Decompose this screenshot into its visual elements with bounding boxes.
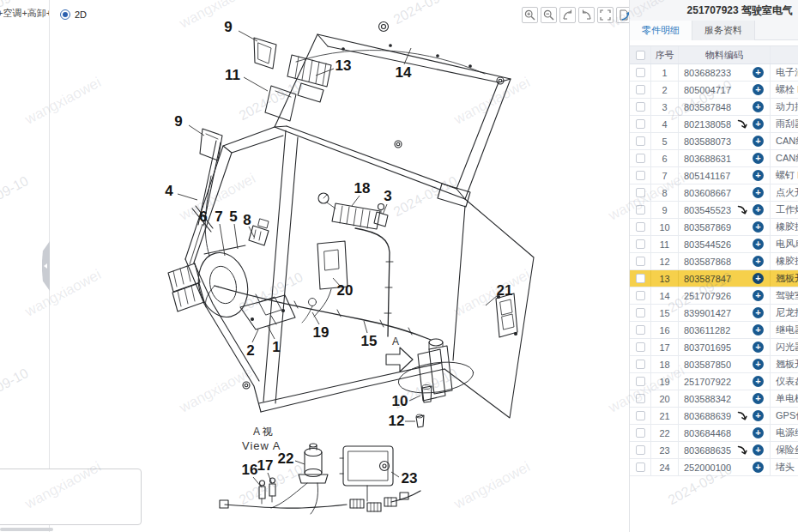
row-checkbox[interactable] <box>630 322 651 338</box>
add-icon[interactable]: + <box>753 67 764 78</box>
row-name: GPS信息 <box>771 408 798 424</box>
add-icon[interactable]: + <box>753 153 764 164</box>
row-code: 803545523+ <box>679 202 771 218</box>
row-checkbox[interactable] <box>630 425 651 441</box>
table-row[interactable]: 4802138058+雨刮器 <box>630 116 798 133</box>
table-row[interactable]: 1803688233+电子油门 <box>630 64 798 82</box>
add-icon[interactable]: + <box>753 444 764 456</box>
jump-arrow-icon[interactable] <box>737 411 747 421</box>
add-icon[interactable]: + <box>753 204 764 215</box>
row-checkbox[interactable] <box>630 202 651 218</box>
table-row[interactable]: 22803684468+电源继电 <box>630 425 798 442</box>
row-index: 21 <box>651 408 679 424</box>
callout-number: 20 <box>337 282 354 299</box>
table-row[interactable]: 13803587847+翘板开关 <box>630 270 798 287</box>
row-code: 803611282+ <box>679 322 771 338</box>
add-icon[interactable]: + <box>753 307 764 318</box>
row-code: 251707926+ <box>679 287 771 304</box>
table-row[interactable]: 24252000100+堵头 <box>630 459 798 476</box>
diagram-canvas: +空调+高卸+1 2D <box>0 0 629 532</box>
add-icon[interactable]: + <box>753 462 764 473</box>
table-row[interactable]: 10803587869+橡胶护套 <box>630 219 798 236</box>
add-icon[interactable]: + <box>753 359 764 370</box>
row-checkbox[interactable] <box>630 184 651 201</box>
table-row[interactable]: 6803688631+CAN组合 <box>630 150 798 167</box>
row-checkbox[interactable] <box>630 408 651 424</box>
row-checkbox[interactable] <box>630 270 651 287</box>
add-icon[interactable]: + <box>753 187 764 198</box>
add-icon[interactable]: + <box>753 84 764 95</box>
add-icon[interactable]: + <box>753 393 764 404</box>
callout-number: 5 <box>229 209 237 225</box>
row-checkbox[interactable] <box>630 64 651 81</box>
horizontal-scrollbar[interactable] <box>0 528 53 531</box>
table-row[interactable]: 11803544526+电风扇 <box>630 236 798 253</box>
table-row[interactable]: 14251707926+驾驶室线 <box>630 287 798 305</box>
add-icon[interactable]: + <box>753 427 764 438</box>
add-icon[interactable]: + <box>753 118 764 130</box>
add-icon[interactable]: + <box>753 376 764 387</box>
row-name: 电子油门 <box>771 64 798 81</box>
table-row[interactable]: 21803688639+GPS信息 <box>630 408 798 425</box>
add-icon[interactable]: + <box>753 136 764 147</box>
row-checkbox[interactable] <box>630 356 651 372</box>
add-icon[interactable]: + <box>753 170 764 181</box>
table-row[interactable]: 16803611282+继电器 <box>630 322 798 339</box>
row-checkbox[interactable] <box>630 373 651 390</box>
add-icon[interactable]: + <box>753 221 764 233</box>
add-icon[interactable]: + <box>753 101 764 112</box>
row-checkbox[interactable] <box>630 82 651 98</box>
select-all-checkbox[interactable] <box>630 46 651 63</box>
row-code: 803544526+ <box>679 236 771 252</box>
row-index: 15 <box>651 305 679 321</box>
row-checkbox[interactable] <box>630 339 651 355</box>
table-row[interactable]: 12803587868+橡胶护套 <box>630 253 798 270</box>
table-row[interactable]: 18803587850+翘板开关 <box>630 356 798 373</box>
row-checkbox[interactable] <box>630 390 651 407</box>
row-checkbox[interactable] <box>630 150 651 166</box>
table-row[interactable]: 8803608667+点火开关 <box>630 184 798 202</box>
table-row[interactable]: 15839901427+尼龙扎带 <box>630 305 798 322</box>
table-row[interactable]: 17803701695+闪光器 <box>630 339 798 356</box>
add-icon[interactable]: + <box>753 342 764 353</box>
table-row[interactable]: 19251707922+仪表盘线 <box>630 373 798 390</box>
jump-arrow-icon[interactable] <box>737 205 747 215</box>
table-row[interactable]: 20803588342+单电机洗 <box>630 390 798 408</box>
add-icon[interactable]: + <box>753 324 764 336</box>
tab-parts-detail[interactable]: 零件明细 <box>630 21 692 40</box>
add-icon[interactable]: + <box>753 256 764 267</box>
row-name: CAN组合 <box>771 133 798 149</box>
row-checkbox[interactable] <box>630 133 651 149</box>
table-row[interactable]: 5803588073+CAN组合 <box>630 133 798 150</box>
add-icon[interactable]: + <box>753 290 764 301</box>
row-checkbox[interactable] <box>630 116 651 132</box>
add-icon[interactable]: + <box>753 410 764 421</box>
row-checkbox[interactable] <box>630 253 651 269</box>
jump-arrow-icon[interactable] <box>737 119 747 130</box>
table-row[interactable]: 23803688635+保险丝盒 <box>630 442 798 459</box>
callout-number: 3 <box>384 188 391 204</box>
table-row[interactable]: 9803545523+工作灯 <box>630 202 798 219</box>
row-name: CAN组合 <box>771 150 798 166</box>
row-checkbox[interactable] <box>630 167 651 184</box>
table-row[interactable]: 2805004717+螺栓 M8 <box>630 82 798 99</box>
row-checkbox[interactable] <box>630 442 651 458</box>
add-icon[interactable]: + <box>753 239 764 250</box>
tab-service-info[interactable]: 服务资料 <box>692 21 755 40</box>
row-checkbox[interactable] <box>630 219 651 235</box>
row-checkbox[interactable] <box>630 287 651 304</box>
row-checkbox[interactable] <box>630 99 651 115</box>
callout-number: 12 <box>389 413 405 429</box>
row-name: 工作灯 <box>771 202 798 218</box>
row-index: 16 <box>651 322 679 338</box>
jump-arrow-icon[interactable] <box>737 445 747 456</box>
table-row[interactable]: 7805141167+螺钉 M5 <box>630 167 798 184</box>
table-row[interactable]: 3803587848+动力插座 <box>630 99 798 116</box>
add-icon[interactable]: + <box>753 273 764 284</box>
row-code: 252000100+ <box>679 459 771 475</box>
row-checkbox[interactable] <box>630 305 651 321</box>
row-checkbox[interactable] <box>630 236 651 252</box>
row-checkbox[interactable] <box>630 459 651 475</box>
callout-number: 13 <box>336 57 352 74</box>
row-code: 803684468+ <box>679 425 771 441</box>
